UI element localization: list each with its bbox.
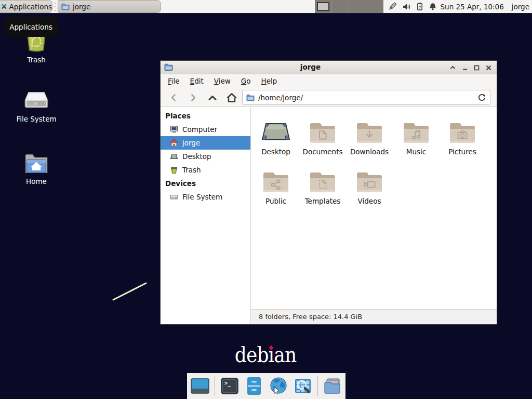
system-tray	[387, 0, 437, 13]
desktop-icon-label: File System	[16, 115, 56, 123]
menu-view[interactable]: View	[213, 77, 232, 85]
dock-panel: >_	[187, 373, 345, 399]
app-finder-icon[interactable]	[293, 376, 313, 396]
menu-edit[interactable]: Edit	[189, 77, 205, 85]
sidebar-item-trash[interactable]: Trash	[161, 163, 250, 177]
home-button[interactable]	[223, 89, 240, 105]
volume-icon[interactable]	[402, 3, 411, 11]
desktop-icon	[261, 120, 291, 144]
window-titlebar[interactable]: jorge	[161, 61, 497, 74]
path-bar[interactable]: /home/jorge/	[242, 90, 490, 105]
desktop-icon-label: Trash	[27, 56, 46, 64]
sidebar-item-label: File System	[182, 193, 222, 201]
home-folder-icon	[23, 152, 50, 175]
sidebar-header-devices: Devices	[161, 177, 250, 190]
clock[interactable]: Sun 25 Apr, 10:06	[441, 3, 504, 11]
svg-text:>_: >_	[224, 380, 231, 387]
menu-file[interactable]: File	[167, 77, 181, 85]
file-desktop[interactable]: Desktop	[252, 117, 300, 156]
sidebar-header-places: Places	[161, 109, 250, 123]
sidebar-item-label: Trash	[182, 166, 201, 174]
file-music[interactable]: Music	[392, 117, 440, 156]
panel-user-label[interactable]: jorge	[512, 3, 529, 11]
close-button[interactable]	[485, 64, 493, 72]
file-public[interactable]: Public	[252, 166, 300, 205]
shade-button[interactable]	[449, 64, 457, 72]
desktop-icon	[170, 152, 178, 161]
xfce-logo-icon	[1, 1, 7, 12]
forward-button[interactable]	[185, 89, 202, 105]
web-browser-icon[interactable]	[269, 376, 288, 396]
minimize-button[interactable]	[461, 64, 469, 72]
notifications-icon[interactable]	[429, 3, 437, 11]
sidebar-item-file-system[interactable]: File System	[161, 190, 250, 204]
desktop-icon-home[interactable]: Home	[11, 152, 61, 185]
file-label: Music	[406, 148, 426, 156]
terminal-icon[interactable]: >_	[220, 376, 240, 396]
trash-small-icon	[170, 166, 178, 174]
taskbar-window-button[interactable]: jorge	[58, 0, 161, 13]
folder-downloads-icon	[356, 121, 383, 144]
file-list: Desktop Documents	[251, 107, 497, 309]
workspace-switcher[interactable]	[315, 0, 383, 13]
folder-public-icon	[262, 170, 289, 193]
maximize-button[interactable]	[473, 64, 481, 72]
folder-documents-icon	[309, 121, 336, 144]
folder-music-icon	[403, 121, 430, 144]
taskbar-window-label: jorge	[73, 3, 90, 11]
address-text[interactable]: /home/jorge/	[258, 94, 477, 102]
desktop-icon-file-system[interactable]: File System	[11, 89, 61, 123]
file-pictures[interactable]: Pictures	[438, 117, 486, 156]
sidebar-item-label: Desktop	[182, 152, 211, 161]
tooltip-text: Applications	[9, 23, 52, 31]
file-downloads[interactable]: Downloads	[345, 117, 393, 156]
sidebar-item-label: jorge	[182, 139, 200, 147]
folder-icon	[61, 3, 70, 10]
toolbar: /home/jorge/	[161, 88, 497, 107]
computer-icon	[170, 125, 178, 134]
reload-icon[interactable]	[477, 93, 486, 102]
up-button[interactable]	[204, 89, 221, 105]
file-manager-window: jorge File Edit View Go Help	[160, 60, 497, 325]
file-manager-icon[interactable]	[323, 376, 342, 396]
back-button[interactable]	[165, 89, 182, 105]
file-documents[interactable]: Documents	[299, 117, 347, 156]
file-templates[interactable]: Templates	[299, 166, 347, 205]
battery-icon[interactable]	[416, 2, 424, 11]
sidebar-item-desktop[interactable]: Desktop	[161, 150, 250, 163]
file-label: Documents	[303, 148, 343, 156]
applications-label: Applications	[9, 3, 52, 11]
desktop-launcher-icon[interactable]	[190, 376, 210, 396]
stylus-icon[interactable]	[387, 2, 397, 11]
sidebar-item-computer[interactable]: Computer	[161, 123, 250, 136]
applications-menu-button[interactable]: Applications	[0, 0, 52, 13]
file-cabinet-icon[interactable]	[244, 376, 264, 396]
sidebar-item-label: Computer	[182, 125, 217, 134]
file-label: Public	[265, 197, 286, 205]
statusbar: 8 folders, Free space: 14.4 GiB	[251, 309, 497, 324]
workspace-3[interactable]	[349, 0, 366, 13]
folder-pictures-icon	[449, 121, 476, 144]
file-videos[interactable]: Videos	[345, 166, 393, 205]
desktop-icon-label: Home	[26, 177, 47, 185]
workspace-2[interactable]	[332, 0, 349, 13]
drive-icon	[170, 193, 178, 201]
menu-help[interactable]: Help	[260, 77, 278, 85]
workspace-4[interactable]	[366, 0, 383, 13]
debian-logo: debıan	[195, 343, 337, 367]
file-label: Videos	[358, 197, 381, 205]
menubar: File Edit View Go Help	[161, 74, 497, 88]
top-panel: Applications jorge	[0, 0, 532, 14]
panel-separator-handle[interactable]	[54, 3, 57, 11]
cursor-line	[109, 278, 151, 304]
path-folder-icon	[246, 94, 255, 101]
file-label: Pictures	[448, 148, 476, 156]
file-label: Templates	[305, 197, 341, 205]
sidebar: Places Computer jorge	[161, 107, 251, 324]
folder-templates-icon	[309, 170, 336, 193]
hard-drive-icon	[23, 89, 50, 112]
applications-tooltip: Applications	[4, 17, 58, 37]
menu-go[interactable]: Go	[240, 77, 252, 85]
workspace-1[interactable]	[315, 0, 332, 13]
sidebar-item-jorge[interactable]: jorge	[161, 136, 250, 150]
